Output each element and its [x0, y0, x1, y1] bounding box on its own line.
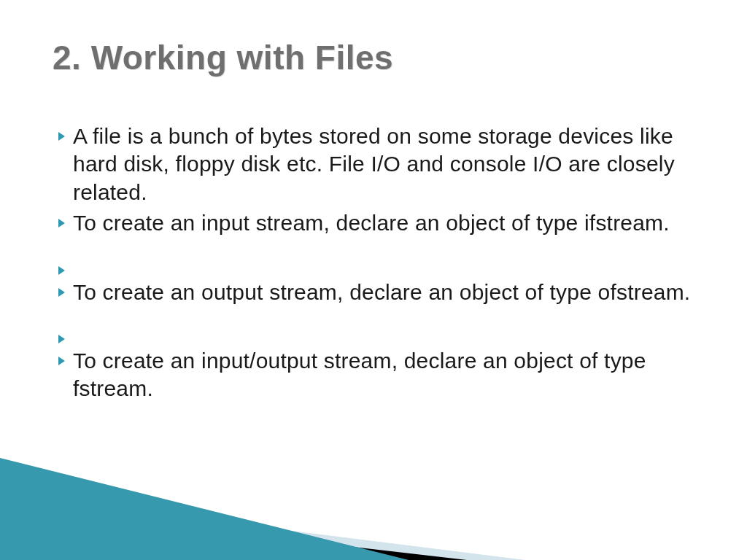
bullet-text: A file is a bunch of bytes stored on som…	[73, 122, 699, 206]
caret-right-icon	[57, 334, 73, 344]
svg-marker-2	[58, 266, 65, 275]
list-item	[57, 325, 699, 344]
bullet-list: A file is a bunch of bytes stored on som…	[57, 122, 699, 406]
slide-title: 2. Working with Files	[53, 38, 393, 77]
spacer	[57, 241, 699, 257]
list-item: To create an input stream, declare an ob…	[57, 209, 699, 237]
svg-marker-3	[58, 288, 65, 297]
slide: 2. Working with Files A file is a bunch …	[0, 0, 747, 560]
list-item: To create an output stream, declare an o…	[57, 279, 699, 306]
svg-marker-5	[58, 357, 65, 365]
caret-right-icon	[57, 218, 73, 228]
svg-marker-4	[58, 335, 65, 343]
svg-marker-0	[58, 132, 65, 141]
caret-right-icon	[57, 356, 73, 366]
svg-marker-1	[58, 219, 65, 228]
caret-right-icon	[57, 287, 73, 298]
bullet-text: To create an input stream, declare an ob…	[73, 209, 699, 237]
list-item: To create an input/output stream, declar…	[57, 347, 699, 403]
decorative-triangle-teal	[0, 458, 409, 560]
bullet-text: To create an input/output stream, declar…	[73, 347, 699, 403]
bullet-text: To create an output stream, declare an o…	[73, 279, 699, 306]
list-item	[57, 257, 699, 276]
list-item: A file is a bunch of bytes stored on som…	[57, 122, 699, 206]
caret-right-icon	[57, 131, 73, 141]
spacer	[57, 309, 699, 325]
caret-right-icon	[57, 265, 73, 276]
